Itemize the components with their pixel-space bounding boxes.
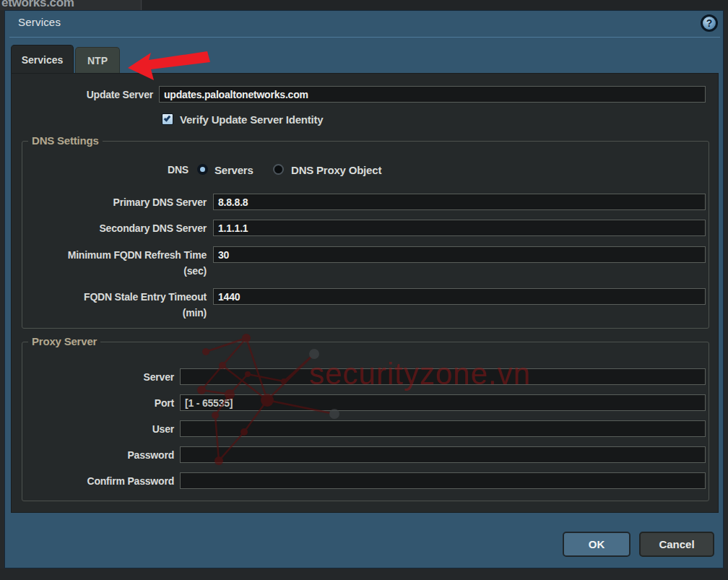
proxy-password-input[interactable]	[180, 446, 706, 463]
proxy-server-legend: Proxy Server	[28, 335, 100, 347]
tab-ntp[interactable]: NTP	[75, 47, 120, 73]
dns-label: DNS	[22, 164, 188, 176]
proxy-confirm-password-label: Confirm Password	[22, 473, 174, 489]
update-server-input[interactable]	[159, 86, 706, 103]
proxy-password-label: Password	[22, 447, 174, 463]
proxy-confirm-password-input[interactable]	[180, 472, 706, 489]
cancel-button[interactable]: Cancel	[639, 532, 714, 557]
background-bottom-strip	[0, 568, 728, 580]
tab-services[interactable]: Services	[11, 45, 74, 73]
fqdn-stale-timeout-input[interactable]	[213, 288, 706, 305]
proxy-user-input[interactable]	[180, 420, 706, 437]
dns-proxy-object-radio-label[interactable]: DNS Proxy Object	[291, 164, 381, 176]
secondary-dns-input[interactable]	[213, 220, 706, 236]
proxy-server-group: Proxy Server Server Port User Password C…	[22, 342, 709, 501]
update-server-label: Update Server	[12, 87, 153, 103]
proxy-server-label: Server	[22, 369, 174, 385]
secondary-dns-label: Secondary DNS Server	[22, 220, 207, 236]
dns-settings-legend: DNS Settings	[28, 134, 103, 147]
proxy-user-label: User	[22, 421, 174, 437]
screen: etworks.com Services ? Services NTP Upda…	[0, 0, 728, 580]
primary-dns-input[interactable]	[213, 194, 706, 210]
fqdn-stale-timeout-label: FQDN Stale Entry Timeout	[22, 289, 207, 305]
min-fqdn-refresh-unit: (sec)	[22, 263, 207, 279]
help-icon[interactable]: ?	[701, 14, 718, 32]
dns-proxy-object-radio[interactable]	[273, 164, 284, 175]
dialog-title: Services	[18, 16, 61, 28]
dns-servers-radio-label[interactable]: Servers	[214, 164, 254, 176]
verify-update-label: Verify Update Server Identity	[180, 113, 323, 126]
services-tab-panel: Update Server Verify Update Server Ident…	[11, 73, 719, 513]
primary-dns-label: Primary DNS Server	[22, 194, 207, 210]
min-fqdn-refresh-input[interactable]	[213, 246, 706, 263]
background-app-fragment: etworks.com	[0, 0, 142, 10]
verify-update-checkbox[interactable]	[162, 113, 173, 125]
services-dialog: Services ? Services NTP Update Server Ve…	[4, 10, 724, 568]
background-url-text: etworks.com	[1, 0, 74, 10]
header-separator	[9, 37, 720, 38]
min-fqdn-refresh-label: Minimum FQDN Refresh Time	[22, 247, 207, 263]
radio-dot	[200, 167, 205, 172]
dns-servers-radio[interactable]	[197, 164, 208, 175]
proxy-port-input[interactable]	[180, 394, 706, 411]
checkmark-icon	[164, 114, 171, 121]
background-app-fragment-right	[142, 0, 728, 10]
proxy-server-input[interactable]	[180, 368, 706, 385]
dns-settings-group: DNS Settings DNS Servers DNS Proxy Objec…	[22, 141, 709, 329]
ok-button[interactable]: OK	[563, 532, 630, 557]
fqdn-stale-timeout-unit: (min)	[22, 305, 207, 321]
proxy-port-label: Port	[22, 395, 174, 411]
